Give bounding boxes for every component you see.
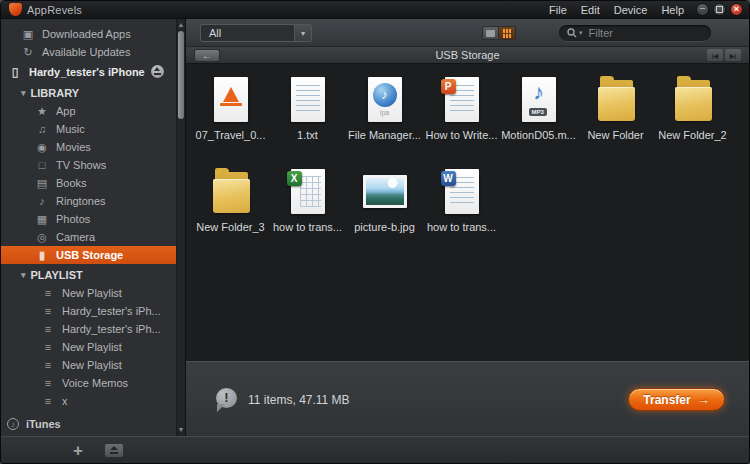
back-button[interactable] xyxy=(194,49,220,62)
sidebar-item-voice-memos[interactable]: ≡Voice Memos xyxy=(1,374,176,392)
playlist-icon: ≡ xyxy=(41,359,55,371)
sidebar-item-label: Photos xyxy=(56,213,90,225)
file-item[interactable]: New Folder_2 xyxy=(654,76,731,168)
section-header-label: LIBRARY xyxy=(31,87,79,99)
xls-file-icon: X xyxy=(284,168,332,216)
category-dropdown[interactable]: All xyxy=(200,24,312,42)
sidebar-item-music[interactable]: ♫Music xyxy=(1,120,176,138)
folder-file-icon xyxy=(207,168,255,216)
sidebar-item-label: Hardy_tester's iPh... xyxy=(62,305,161,317)
menu-device[interactable]: Device xyxy=(614,4,648,16)
grid-view-button[interactable] xyxy=(499,26,516,40)
eject-device-button[interactable] xyxy=(105,444,123,457)
menu-help[interactable]: Help xyxy=(661,4,684,16)
search-options-icon[interactable] xyxy=(579,29,583,37)
sidebar: ▣Downloaded Apps↻Available Updates▯Hardy… xyxy=(1,19,186,436)
sidebar-item-new-playlist[interactable]: ≡New Playlist xyxy=(1,338,176,356)
playlist-icon: ≡ xyxy=(41,341,55,353)
minimize-button[interactable] xyxy=(696,3,709,16)
file-item[interactable]: 1.txt xyxy=(269,76,346,168)
file-item[interactable]: ♪MP3MotionD05.m... xyxy=(500,76,577,168)
chevron-down-icon[interactable] xyxy=(294,25,311,41)
filter-searchbox[interactable] xyxy=(559,25,711,41)
ringtones-icon: ♪ xyxy=(35,195,49,207)
scroll-down-icon[interactable]: ▼ xyxy=(177,425,185,435)
maximize-button[interactable] xyxy=(713,3,726,16)
transfer-button[interactable]: Transfer xyxy=(628,388,725,411)
sidebar-item-photos[interactable]: ▦Photos xyxy=(1,210,176,228)
category-dropdown-value: All xyxy=(201,27,294,39)
sidebar-item-device[interactable]: ▯Hardy_tester's iPhone xyxy=(1,61,176,82)
menu-edit[interactable]: Edit xyxy=(581,4,600,16)
sidebar-item-new-playlist[interactable]: ≡New Playlist xyxy=(1,356,176,374)
sidebar-item-movies[interactable]: ◉Movies xyxy=(1,138,176,156)
file-item[interactable]: picture-b.jpg xyxy=(346,168,423,260)
filter-input[interactable] xyxy=(587,26,703,40)
sidebar-section-playlist[interactable]: PLAYLIST xyxy=(1,266,176,284)
sidebar-item-label: Movies xyxy=(56,141,91,153)
doc-file-icon: W xyxy=(438,168,486,216)
playlist-icon: ≡ xyxy=(41,323,55,335)
bottom-bar xyxy=(1,436,749,463)
sidebar-item-label: TV Shows xyxy=(56,159,106,171)
vlc-file-icon xyxy=(207,76,255,124)
sidebar-item-usb-storage[interactable]: ▮USB Storage xyxy=(1,246,176,264)
add-playlist-button[interactable] xyxy=(73,442,83,459)
file-name: 1.txt xyxy=(297,129,318,141)
menu-file[interactable]: File xyxy=(549,4,567,16)
sidebar-item-label: Hardy_tester's iPh... xyxy=(62,323,161,335)
file-item[interactable]: ♪ipaFile Manager... xyxy=(346,76,423,168)
file-item[interactable]: 07_Travel_0... xyxy=(192,76,269,168)
eject-icon[interactable] xyxy=(151,65,164,78)
app-logo-icon xyxy=(9,3,22,16)
status-bar: ! 11 items, 47.11 MB Transfer xyxy=(186,361,749,436)
itunes-icon xyxy=(7,418,19,430)
sidebar-item-app[interactable]: ★App xyxy=(1,102,176,120)
sidebar-scrollbar[interactable]: ▲ ▼ xyxy=(176,19,185,436)
sidebar-item-tv-shows[interactable]: □TV Shows xyxy=(1,156,176,174)
file-item[interactable]: Xhow to trans... xyxy=(269,168,346,260)
sidebar-item-downloaded-apps[interactable]: ▣Downloaded Apps xyxy=(1,25,176,43)
sidebar-item-camera[interactable]: ◎Camera xyxy=(1,228,176,246)
sidebar-section-library[interactable]: LIBRARY xyxy=(1,84,176,102)
sidebar-item-books[interactable]: ▤Books xyxy=(1,174,176,192)
file-name: New Folder xyxy=(587,129,643,141)
file-name: 07_Travel_0... xyxy=(196,129,266,141)
sidebar-item-label: USB Storage xyxy=(56,249,123,261)
sidebar-item-label: Available Updates xyxy=(42,46,130,58)
sidebar-item-label: Downloaded Apps xyxy=(42,28,131,40)
sidebar-item-new-playlist[interactable]: ≡New Playlist xyxy=(1,284,176,302)
file-name: MotionD05.m... xyxy=(501,129,576,141)
file-name: picture-b.jpg xyxy=(354,221,415,233)
sidebar-item-hardy-tester-s-iph-[interactable]: ≡Hardy_tester's iPh... xyxy=(1,320,176,338)
sidebar-item-label: x xyxy=(62,395,68,407)
playlist-icon: ≡ xyxy=(41,287,55,299)
file-item[interactable]: Whow to trans... xyxy=(423,168,500,260)
sidebar-item-label: Ringtones xyxy=(56,195,106,207)
iphone-icon: ▯ xyxy=(8,65,22,79)
mp3-file-icon: ♪MP3 xyxy=(515,76,563,124)
last-page-button[interactable] xyxy=(725,49,741,61)
jpg-file-icon xyxy=(361,168,409,216)
sidebar-item-ringtones[interactable]: ♪Ringtones xyxy=(1,192,176,210)
file-item[interactable]: New Folder xyxy=(577,76,654,168)
location-title: USB Storage xyxy=(435,49,499,61)
sidebar-item-x[interactable]: ≡x xyxy=(1,392,176,410)
list-view-button[interactable] xyxy=(482,26,499,40)
file-area: 07_Travel_0...1.txt♪ipaFile Manager...PH… xyxy=(186,64,749,361)
first-page-button[interactable] xyxy=(707,49,723,61)
close-button[interactable] xyxy=(730,3,743,16)
toolbar: All xyxy=(186,19,749,47)
sidebar-item-itunes[interactable]: iTunes xyxy=(1,415,176,433)
scrollbar-thumb[interactable] xyxy=(178,31,184,119)
sidebar-item-label: New Playlist xyxy=(62,341,122,353)
sidebar-item-available-updates[interactable]: ↻Available Updates xyxy=(1,43,176,61)
playlist-icon: ≡ xyxy=(41,305,55,317)
file-item[interactable]: PHow to Write... xyxy=(423,76,500,168)
scroll-up-icon[interactable]: ▲ xyxy=(177,20,185,30)
file-item[interactable]: New Folder_3 xyxy=(192,168,269,260)
sidebar-item-hardy-tester-s-iph-[interactable]: ≡Hardy_tester's iPh... xyxy=(1,302,176,320)
apps-box-icon: ▣ xyxy=(21,28,35,41)
sidebar-item-label: New Playlist xyxy=(62,287,122,299)
file-name: File Manager... xyxy=(348,129,421,141)
